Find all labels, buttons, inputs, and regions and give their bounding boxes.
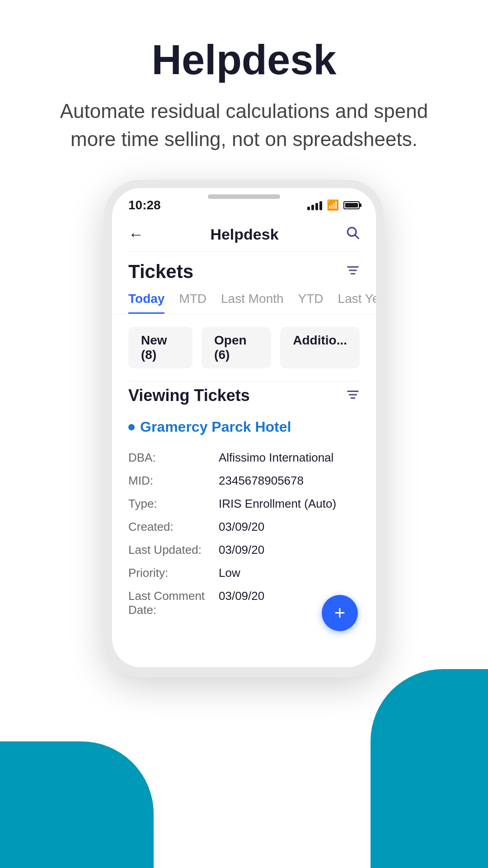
last-updated-label: Last Updated: bbox=[128, 543, 219, 557]
created-value: 03/09/20 bbox=[219, 520, 264, 534]
wifi-icon: 📶 bbox=[327, 199, 339, 211]
fab-button[interactable]: + bbox=[322, 595, 358, 631]
status-icons: 📶 bbox=[307, 199, 360, 211]
hero-title: Helpdesk bbox=[36, 36, 452, 84]
tickets-title: Tickets bbox=[128, 261, 193, 283]
badge-additional[interactable]: Additio... bbox=[280, 327, 360, 368]
last-comment-value: 03/09/20 bbox=[219, 589, 264, 603]
phone-outer: 10:28 📶 ← Helpdesk bbox=[104, 180, 384, 677]
phone-wrapper: 10:28 📶 ← Helpdesk bbox=[0, 180, 488, 677]
last-comment-label: Last Comment Date: bbox=[128, 589, 219, 617]
created-row: Created: 03/09/20 bbox=[128, 515, 360, 538]
phone-screen: 10:28 📶 ← Helpdesk bbox=[112, 188, 376, 667]
viewing-header: Viewing Tickets bbox=[112, 382, 376, 414]
status-bar: 10:28 📶 bbox=[112, 188, 376, 217]
mid-row: MID: 2345678905678 bbox=[128, 469, 360, 492]
badge-open[interactable]: Open (6) bbox=[202, 327, 271, 368]
dba-row: DBA: Alfissimo International bbox=[128, 446, 360, 469]
badge-new[interactable]: New (8) bbox=[128, 327, 192, 368]
last-updated-value: 03/09/20 bbox=[219, 543, 264, 557]
merchant-dot bbox=[128, 424, 135, 430]
bg-decoration-right bbox=[371, 669, 488, 868]
priority-value: Low bbox=[219, 566, 240, 580]
filter-icon[interactable] bbox=[346, 264, 360, 280]
clock: 10:28 bbox=[128, 198, 161, 212]
mid-value: 2345678905678 bbox=[219, 474, 304, 488]
viewing-filter-icon[interactable] bbox=[346, 388, 360, 403]
tab-mtd[interactable]: MTD bbox=[179, 292, 206, 314]
mid-label: MID: bbox=[128, 474, 219, 488]
dba-value: Alfissimo International bbox=[219, 451, 333, 465]
last-updated-row: Last Updated: 03/09/20 bbox=[128, 538, 360, 561]
svg-line-1 bbox=[355, 235, 358, 238]
merchant-name[interactable]: Gramercy Parck Hotel bbox=[128, 419, 360, 435]
app-header: ← Helpdesk bbox=[112, 217, 376, 251]
hero-subtitle: Automate residual calculations and spend… bbox=[36, 97, 452, 153]
tab-today[interactable]: Today bbox=[128, 292, 164, 314]
back-button[interactable]: ← bbox=[128, 226, 144, 243]
priority-label: Priority: bbox=[128, 566, 219, 580]
hero-section: Helpdesk Automate residual calculations … bbox=[0, 0, 488, 171]
viewing-title: Viewing Tickets bbox=[128, 386, 250, 405]
signal-icon bbox=[307, 200, 322, 210]
period-tabs: Today MTD Last Month YTD Last Year bbox=[112, 287, 376, 314]
type-label: Type: bbox=[128, 497, 219, 511]
notch bbox=[208, 194, 280, 199]
tab-last-month[interactable]: Last Month bbox=[221, 292, 284, 314]
tab-last-year[interactable]: Last Year bbox=[338, 292, 376, 314]
dba-label: DBA: bbox=[128, 451, 219, 465]
search-button[interactable] bbox=[345, 225, 360, 243]
bg-decoration-left bbox=[0, 741, 154, 868]
tab-ytd[interactable]: YTD bbox=[298, 292, 324, 314]
type-row: Type: IRIS Enrollment (Auto) bbox=[128, 492, 360, 515]
header-title: Helpdesk bbox=[210, 226, 278, 243]
tickets-header: Tickets bbox=[112, 252, 376, 287]
type-value: IRIS Enrollment (Auto) bbox=[219, 497, 336, 511]
battery-icon bbox=[343, 201, 360, 209]
priority-row: Priority: Low bbox=[128, 561, 360, 585]
status-badges: New (8) Open (6) Additio... bbox=[112, 314, 376, 381]
created-label: Created: bbox=[128, 520, 219, 534]
